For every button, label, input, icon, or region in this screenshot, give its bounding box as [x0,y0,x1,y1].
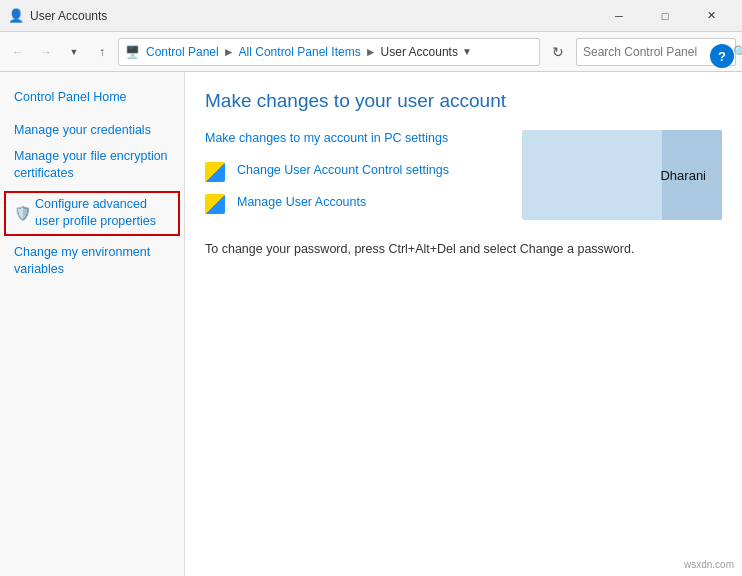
uac-settings-link[interactable]: Change User Account Control settings [205,162,502,182]
recent-locations-button[interactable]: ▼ [62,40,86,64]
addressbar: ← → ▼ ↑ 🖥️ Control Panel ► All Control P… [0,32,742,72]
manage-accounts-icon [205,194,225,214]
user-profile-section: Make changes to my account in PC setting… [205,130,722,226]
breadcrumb-dropdown[interactable]: ▼ [462,46,472,57]
password-note: To change your password, press Ctrl+Alt+… [205,242,722,256]
sidebar-home-link[interactable]: Control Panel Home [0,84,184,108]
help-button[interactable]: ? [710,44,734,68]
breadcrumb: 🖥️ Control Panel ► All Control Panel Ite… [118,38,540,66]
uac-icon [205,162,225,182]
page-title: Make changes to your user account [205,90,722,112]
user-avatar: Dharani [522,130,722,220]
manage-accounts-link[interactable]: Manage User Accounts [205,194,502,214]
configure-profile-icon: 🛡️ [14,205,31,221]
breadcrumb-icon: 🖥️ [125,45,140,59]
sidebar: Control Panel Home Manage your credentia… [0,72,185,576]
window-controls: ─ □ ✕ [596,0,734,32]
up-button[interactable]: ↑ [90,40,114,64]
manage-accounts-label: Manage User Accounts [237,194,366,212]
sidebar-item-configure-profile[interactable]: Configure advanced user profile properti… [35,196,170,231]
user-name: Dharani [660,168,706,183]
titlebar: 👤 User Accounts ─ □ ✕ [0,0,742,32]
main-layout: Control Panel Home Manage your credentia… [0,72,742,576]
links-section: Make changes to my account in PC setting… [205,130,502,226]
sidebar-item-manage-encryption[interactable]: Manage your file encryption certificates [0,144,184,187]
forward-button[interactable]: → [34,40,58,64]
pc-settings-label: Make changes to my account in PC setting… [205,130,448,148]
refresh-button[interactable]: ↻ [544,38,572,66]
breadcrumb-control-panel[interactable]: Control Panel [146,45,219,59]
uac-settings-label: Change User Account Control settings [237,162,449,180]
breadcrumb-all-items[interactable]: All Control Panel Items [239,45,361,59]
window-icon: 👤 [8,8,24,24]
minimize-button[interactable]: ─ [596,0,642,32]
back-button[interactable]: ← [6,40,30,64]
sidebar-item-configure-profile-highlighted[interactable]: 🛡️ Configure advanced user profile prope… [4,191,180,236]
content-area: Make changes to your user account Make c… [185,72,742,576]
watermark: wsxdn.com [684,559,734,570]
search-icon: 🔍 [733,45,742,59]
sidebar-item-manage-credentials[interactable]: Manage your credentials [0,118,184,144]
pc-settings-link[interactable]: Make changes to my account in PC setting… [205,130,502,148]
breadcrumb-current: User Accounts [381,45,458,59]
window-title: User Accounts [30,9,596,23]
maximize-button[interactable]: □ [642,0,688,32]
sidebar-item-change-env[interactable]: Change my environment variables [0,240,184,283]
close-button[interactable]: ✕ [688,0,734,32]
